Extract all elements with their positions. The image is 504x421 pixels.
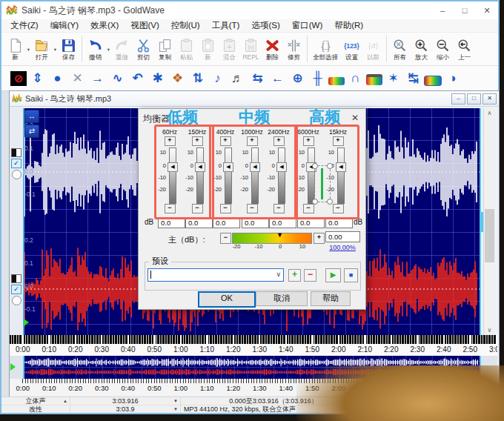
scroll-down-icon[interactable]: ∨: [484, 325, 495, 335]
sound-window-titlebar[interactable]: Saiki - 鸟之诗 钢琴.mp3 – □ ✕: [10, 91, 499, 107]
time-ruler[interactable]: 0:000:100:200:300:400:501:001:101:201:30…: [10, 335, 497, 356]
menu-item[interactable]: 窗口(W): [286, 20, 329, 31]
volume-shaper-icon[interactable]: ⇅: [188, 69, 207, 87]
shift-left-effect-icon[interactable]: ←: [268, 69, 287, 87]
repl-button[interactable]: {x} REPL: [240, 38, 262, 61]
zoom-out-button[interactable]: 缩小: [432, 38, 454, 61]
ok-button[interactable]: OK: [198, 291, 256, 308]
close-button[interactable]: ✕: [476, 1, 498, 19]
overview-panel[interactable]: [10, 356, 497, 379]
status-total-length[interactable]: 3:03.916▼: [70, 397, 181, 405]
remix-effect-icon[interactable]: ❖: [168, 69, 187, 87]
selection-start-marker[interactable]: [23, 108, 24, 335]
status-time[interactable]: 3:03.9▼: [70, 405, 181, 413]
redo-button[interactable]: 重做: [111, 38, 133, 61]
left-channel-checkbox[interactable]: ✓: [11, 159, 21, 168]
overview-waveform[interactable]: [23, 356, 481, 379]
master-db-input[interactable]: 0.00: [325, 231, 360, 242]
doc-restore-button[interactable]: □: [467, 93, 481, 105]
noise-gate-icon[interactable]: ∩: [346, 69, 365, 87]
expression-evaluator-icon[interactable]: ✕: [68, 69, 87, 87]
scrollbar-thumb[interactable]: [485, 209, 494, 262]
trim-button[interactable]: 修剪: [283, 38, 305, 61]
menu-item[interactable]: 文件(Z): [4, 20, 44, 31]
menu-item[interactable]: 效果(X): [84, 20, 125, 31]
cancel-button[interactable]: 取消: [256, 291, 308, 306]
spectrum-filter-icon[interactable]: [366, 74, 382, 85]
doc-minimize-button[interactable]: –: [451, 93, 465, 105]
select-all-button[interactable]: { } 全部选择: [310, 38, 341, 61]
new-dropdown-icon[interactable]: ▾: [26, 47, 31, 53]
master-slider-thumb[interactable]: ▼: [276, 231, 283, 239]
scroll-up-icon[interactable]: ∧: [484, 108, 495, 118]
silence-reduce-icon[interactable]: ✶: [384, 69, 402, 87]
horizontal-fit-icon[interactable]: ↔: [24, 110, 39, 123]
save-button[interactable]: 保存: [58, 38, 79, 61]
mute-effect-icon[interactable]: ⊘: [10, 71, 27, 86]
maximize-volume-icon[interactable]: ⊕: [288, 69, 307, 87]
spectrum-analyzer-icon[interactable]: [424, 76, 442, 86]
insert-silence-icon[interactable]: ♪: [208, 69, 227, 87]
set-selection-button[interactable]: {123} 设置: [341, 38, 362, 61]
menu-item[interactable]: 视图(V): [125, 20, 165, 31]
menu-item[interactable]: 选项(S): [245, 20, 285, 31]
flanger-effect-icon[interactable]: ∿: [108, 69, 127, 87]
mechanize-effect-icon[interactable]: ✱: [148, 69, 167, 87]
down-triangle-icon[interactable]: ▼: [173, 407, 178, 411]
left-channel-radio[interactable]: [12, 170, 21, 179]
preset-add-button[interactable]: +: [288, 269, 301, 282]
zoom-all-button[interactable]: 所有: [389, 38, 411, 61]
spectrum-bar-icon[interactable]: [328, 77, 345, 85]
clipped-effect-icon[interactable]: ◑: [443, 69, 462, 87]
previous-zoom-button[interactable]: 上一: [454, 38, 475, 61]
master-decrease-button[interactable]: −: [220, 233, 231, 244]
channel-exchange-icon[interactable]: ⇆: [248, 69, 267, 87]
vertical-scrollbar[interactable]: ∧ ∨: [483, 108, 495, 335]
maximize-button[interactable]: □: [454, 1, 476, 19]
undo-dropdown-icon[interactable]: ▾: [106, 47, 111, 53]
up-triangle-icon[interactable]: ▲: [63, 399, 67, 403]
main-titlebar[interactable]: Saiki - 鸟之诗 钢琴.mp3 - GoldWave – □ ✕: [1, 1, 498, 19]
volume-matcher-icon[interactable]: ⇕: [28, 69, 47, 87]
status-channel-mode[interactable]: 立体声▲: [1, 397, 70, 405]
open-button[interactable]: 打开: [31, 38, 53, 61]
preview-stop-button[interactable]: ■: [344, 268, 358, 282]
pitch-effect-icon[interactable]: ●: [48, 69, 67, 87]
paste-new-button[interactable]: 新: [197, 38, 219, 61]
ruler-options-icon[interactable]: ∨: [490, 385, 495, 392]
delete-button[interactable]: 删除: [262, 38, 283, 61]
paste-button[interactable]: 粘贴: [176, 38, 197, 61]
master-increase-button[interactable]: +: [314, 233, 325, 244]
zoom-in-button[interactable]: 放大: [411, 38, 432, 61]
undo-button[interactable]: 撤销: [84, 38, 106, 61]
doc-close-button[interactable]: ✕: [483, 93, 497, 105]
master-slider-track[interactable]: [232, 233, 312, 244]
status-selection-range[interactable]: 0.000至3:03.916（3:03.916）▼: [181, 397, 367, 405]
wave-fit-icon[interactable]: ⇄: [24, 125, 39, 138]
dialog-close-icon[interactable]: ✕: [349, 112, 361, 124]
menu-item[interactable]: 帮助(R): [328, 20, 369, 31]
menu-item[interactable]: 工具(T): [206, 20, 246, 31]
combo-dropdown-icon[interactable]: ∨: [276, 271, 281, 278]
menu-item[interactable]: 编辑(Y): [44, 20, 84, 31]
mix-button[interactable]: + 混合: [219, 38, 240, 61]
down-triangle-icon[interactable]: ▼: [359, 399, 364, 403]
new-button[interactable]: 新: [4, 38, 26, 61]
preset-combobox[interactable]: ∨: [147, 268, 284, 282]
preview-play-button[interactable]: ▶: [325, 268, 341, 282]
notation-effect-icon[interactable]: ♬: [228, 69, 247, 87]
help-button[interactable]: 帮助: [311, 291, 351, 306]
previous-selection-button[interactable]: {↺} 以前: [362, 38, 384, 61]
menu-item[interactable]: 控制(U): [165, 20, 206, 31]
channel-color-icon[interactable]: [11, 148, 21, 157]
equalizer-effect-icon[interactable]: ╫: [308, 69, 327, 87]
reverse-effect-icon[interactable]: ↶: [128, 69, 147, 87]
copy-button[interactable]: 复制: [154, 38, 176, 61]
overview-time-ruler[interactable]: 0:000:100:200:300:400:501:001:101:201:30…: [10, 379, 497, 395]
auto-trim-icon[interactable]: ↹: [404, 69, 422, 87]
offset-effect-icon[interactable]: →: [88, 69, 107, 87]
open-dropdown-icon[interactable]: ▾: [53, 47, 58, 53]
minimize-button[interactable]: –: [431, 1, 454, 19]
channel-color-icon[interactable]: [11, 274, 21, 283]
down-triangle-icon[interactable]: ▼: [173, 399, 178, 403]
